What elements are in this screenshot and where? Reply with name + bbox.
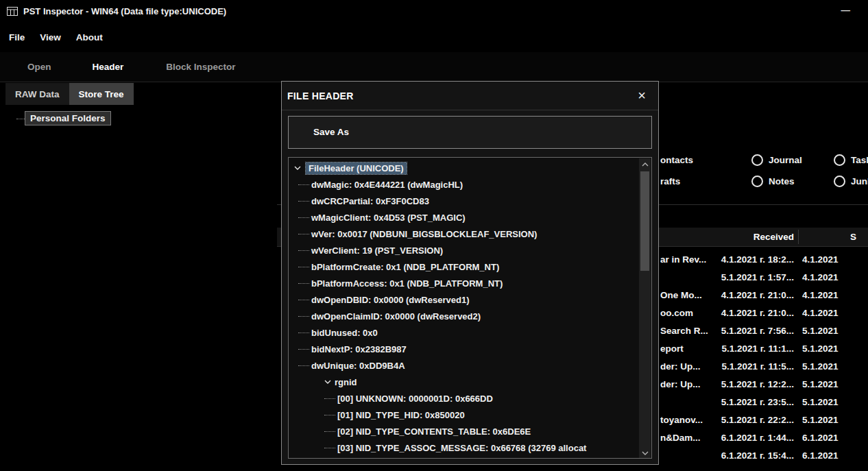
tree-item[interactable]: wVerClient: 19 (PST_VERSION): [289, 242, 644, 258]
app-window: PST Inspector - WIN64 (Data file type:UN…: [0, 0, 868, 471]
toolbar-open-button[interactable]: Open: [27, 62, 51, 72]
tree-connector-line: [298, 365, 309, 366]
scrollbar-thumb[interactable]: [640, 171, 649, 271]
tree-item[interactable]: bidNextP: 0x2382B987: [289, 341, 644, 357]
tree-item-fileheader[interactable]: FileHeader (UNICODE): [289, 160, 640, 176]
header-tree: FileHeader (UNICODE) dwMagic: 0x4E444221…: [288, 157, 652, 459]
tree-item[interactable]: dwUnique: 0xDD9B4A: [289, 357, 644, 374]
tree-item[interactable]: [00] UNKNOWN: 0000001D: 0x666DD: [289, 390, 652, 407]
scroll-down-icon[interactable]: [639, 447, 651, 459]
tree-connector-line: [298, 349, 309, 350]
tree-connector-line: [298, 184, 309, 185]
column-header-received[interactable]: Received: [716, 228, 794, 246]
toolbar-block-inspector-button[interactable]: Block Inspector: [166, 62, 235, 72]
radio-notes[interactable]: Notes: [751, 176, 795, 187]
menu-about[interactable]: About: [69, 27, 110, 47]
tree-connector-line: [298, 267, 309, 267]
tree-connector-line: [324, 398, 335, 399]
chevron-down-icon[interactable]: [294, 166, 301, 170]
radio-contacts-label[interactable]: ontacts: [660, 155, 693, 165]
tree-connector-line: [298, 234, 309, 234]
chevron-down-icon[interactable]: [324, 380, 331, 384]
tree-item-rgnid[interactable]: rgnid: [289, 374, 652, 390]
dialog-title: FILE HEADER: [287, 82, 354, 110]
radio-icon: [751, 176, 763, 187]
tree-connector-line: [298, 283, 309, 284]
menu-view[interactable]: View: [32, 27, 69, 47]
tree-item[interactable]: wMagicClient: 0x4D53 (PST_MAGIC): [289, 209, 644, 226]
tree-connector-line: [16, 119, 25, 119]
tree-item[interactable]: dwOpenClaimID: 0x0000 (dwReserved2): [289, 308, 644, 324]
radio-drafts-label[interactable]: rafts: [660, 176, 680, 186]
tree-item[interactable]: bPlatformAccess: 0x1 (NDB_PLATFORM_NT): [289, 275, 644, 291]
radio-journal[interactable]: Journal: [751, 154, 802, 166]
file-header-dialog: FILE HEADER × Save As FileHeader (UNICOD…: [281, 81, 659, 465]
tree-item[interactable]: dwCRCPartial: 0xF3F0CD83: [289, 193, 644, 209]
tree-item[interactable]: [01] NID_TYPE_HID: 0x850020: [289, 407, 652, 423]
minimize-button[interactable]: —: [836, 0, 856, 22]
vertical-scrollbar[interactable]: [639, 158, 651, 459]
toolbar: Open Header Block Inspector: [0, 52, 868, 82]
column-header-sent[interactable]: S: [850, 228, 856, 246]
radio-tasks[interactable]: Task: [834, 154, 868, 166]
tree-connector-line: [298, 316, 309, 317]
column-separator[interactable]: [798, 230, 799, 244]
tab-store-tree[interactable]: Store Tree: [69, 83, 134, 105]
scroll-up-icon[interactable]: [639, 158, 651, 170]
tree-connector-line: [298, 250, 309, 251]
title-bar: PST Inspector - WIN64 (Data file type:UN…: [0, 0, 868, 22]
window-title: PST Inspector - WIN64 (Data file type:UN…: [23, 6, 226, 16]
tree-connector-line: [298, 300, 309, 300]
radio-icon: [751, 154, 763, 166]
tree-connector-line: [298, 333, 309, 333]
app-icon: [7, 7, 18, 16]
tree-item[interactable]: wVer: 0x0017 (NDBUNI_BIGSBLOCKLEAF_VERSI…: [289, 226, 644, 242]
tree-item[interactable]: [03] NID_TYPE_ASSOC_MESSAGE: 0x66768 (32…: [289, 439, 652, 456]
tree-item[interactable]: [02] NID_TYPE_CONTENTS_TABLE: 0x6DE6E: [289, 423, 652, 439]
save-as-button[interactable]: Save As: [288, 116, 652, 149]
close-icon[interactable]: ×: [632, 86, 651, 106]
tree-item[interactable]: dwMagic: 0x4E444221 (dwMagicHL): [289, 176, 644, 193]
dialog-header: FILE HEADER ×: [282, 82, 658, 110]
tree-item[interactable]: bPlatformCreate: 0x1 (NDB_PLATFORM_NT): [289, 258, 644, 275]
radio-icon: [834, 154, 845, 166]
tree-connector-line: [324, 448, 335, 448]
tree-connector-line: [298, 201, 309, 202]
tree-item-personal-folders[interactable]: Personal Folders: [25, 111, 111, 125]
tab-raw-data[interactable]: RAW Data: [5, 83, 69, 105]
tree-connector-line: [324, 431, 335, 432]
tree-connector-line: [324, 415, 335, 415]
radio-icon: [834, 176, 845, 187]
tree-item[interactable]: bidUnused: 0x0: [289, 324, 644, 341]
tree-item[interactable]: dwOpenDBID: 0x0000 (dwReserved1): [289, 291, 644, 308]
toolbar-header-button[interactable]: Header: [93, 62, 124, 72]
menu-bar: File View About: [0, 22, 868, 52]
menu-file[interactable]: File: [1, 27, 32, 47]
radio-junk[interactable]: Junk: [834, 176, 868, 187]
tree-connector-line: [298, 217, 309, 218]
